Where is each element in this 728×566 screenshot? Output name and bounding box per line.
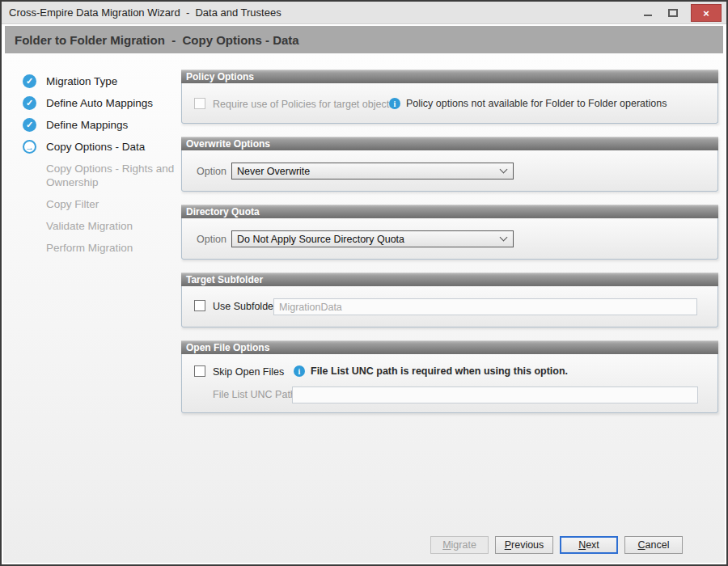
subfolder-name-input — [273, 298, 697, 315]
button-label: M — [442, 539, 451, 551]
step-label: Validate Migration — [46, 219, 133, 233]
check-icon: ✓ — [23, 74, 36, 88]
use-subfolder-checkbox[interactable] — [194, 300, 205, 311]
section-header: Open File Options — [181, 340, 718, 354]
close-icon: × — [703, 7, 709, 19]
open-file-options-section: Open File Options Skip Open Files i File… — [181, 340, 718, 413]
section-body: Skip Open Files i File List UNC path is … — [181, 354, 718, 413]
section-body: Require use of Policies for target objec… — [181, 83, 718, 124]
overwrite-option-label: Option — [197, 166, 226, 177]
policy-options-section: Policy Options Require use of Policies f… — [181, 70, 718, 124]
page-title: Folder to Folder Migration - Copy Option… — [15, 33, 299, 47]
section-body: Use Subfolder — [181, 286, 718, 327]
step-label: Migration Type — [46, 74, 117, 88]
maximize-button[interactable] — [663, 5, 683, 21]
unc-path-label: File List UNC Path — [213, 389, 296, 400]
dropdown-selected-value: Do Not Apply Source Directory Quota — [237, 234, 404, 245]
maximize-icon — [668, 9, 678, 17]
section-title: Overwrite Options — [186, 138, 270, 150]
content-area: ✓ Migration Type ✓ Define Auto Mappings … — [3, 53, 725, 563]
section-header: Policy Options — [181, 70, 718, 83]
unc-path-input — [292, 386, 698, 403]
main-panel: Policy Options Require use of Policies f… — [181, 70, 718, 426]
use-subfolder-label: Use Subfolder — [213, 301, 277, 312]
step-define-auto-mappings: ✓ Define Auto Mappings — [23, 96, 178, 110]
wizard-window: Cross-Empire Data Migration Wizard - Dat… — [0, 0, 728, 566]
minimize-button[interactable] — [639, 5, 657, 21]
section-title: Open File Options — [186, 342, 269, 353]
section-header: Target Subfolder — [181, 272, 718, 286]
policy-info: i Policy options not available for Folde… — [389, 98, 667, 109]
section-body: Option Never Overwrite — [181, 150, 718, 192]
section-body: Option Do Not Apply Source Directory Quo… — [181, 218, 718, 260]
window-title: Cross-Empire Data Migration Wizard - Dat… — [9, 6, 281, 19]
require-policies-checkbox — [194, 98, 205, 109]
wizard-header-band: Folder to Folder Migration - Copy Option… — [5, 26, 723, 53]
overwrite-option-dropdown[interactable]: Never Overwrite — [231, 163, 514, 180]
section-header: Overwrite Options — [181, 137, 718, 150]
section-title: Directory Quota — [186, 206, 260, 218]
openfile-info-text: File List UNC path is required when usin… — [311, 365, 568, 377]
step-copy-options-data: → Copy Options - Data — [23, 140, 178, 154]
button-label: P — [505, 539, 511, 551]
step-label: Copy Filter — [46, 197, 99, 211]
step-label: Copy Options - Rights and Ownership — [46, 162, 178, 189]
step-copy-options-rights: Copy Options - Rights and Ownership — [23, 162, 178, 189]
section-title: Policy Options — [186, 71, 254, 82]
step-copy-filter: Copy Filter — [23, 197, 178, 211]
button-label: C — [638, 539, 645, 551]
overwrite-options-section: Overwrite Options Option Never Overwrite — [181, 137, 718, 192]
chevron-down-icon — [500, 234, 508, 242]
wizard-button-row: Migrate Previous Next Cancel — [430, 536, 683, 554]
window-controls: × — [639, 2, 722, 24]
quota-option-dropdown[interactable]: Do Not Apply Source Directory Quota — [231, 230, 514, 247]
current-arrow-icon: → — [23, 140, 36, 154]
button-label: N — [578, 539, 586, 551]
migrate-button: Migrate — [430, 536, 489, 554]
close-button[interactable]: × — [691, 4, 722, 22]
openfile-info: i File List UNC path is required when us… — [294, 365, 568, 377]
check-icon: ✓ — [23, 118, 36, 132]
chevron-down-icon — [500, 166, 508, 174]
minimize-icon — [644, 15, 652, 16]
step-label: Define Mappings — [46, 118, 128, 132]
cancel-button[interactable]: Cancel — [624, 536, 683, 554]
policy-info-text: Policy options not available for Folder … — [406, 98, 667, 109]
require-policies-label: Require use of Policies for target objec… — [213, 99, 394, 110]
info-icon: i — [389, 98, 400, 109]
step-migration-type: ✓ Migration Type — [23, 74, 178, 88]
wizard-steps-sidebar: ✓ Migration Type ✓ Define Auto Mappings … — [23, 74, 178, 263]
skip-open-files-label: Skip Open Files — [213, 366, 284, 378]
section-header: Directory Quota — [181, 205, 718, 218]
step-label: Define Auto Mappings — [46, 96, 153, 110]
skip-open-files-checkbox[interactable] — [194, 365, 205, 377]
title-bar: Cross-Empire Data Migration Wizard - Dat… — [2, 2, 726, 24]
dropdown-selected-value: Never Overwrite — [237, 166, 310, 177]
check-icon: ✓ — [23, 96, 36, 110]
info-icon: i — [294, 365, 305, 377]
step-perform-migration: Perform Migration — [23, 241, 178, 255]
step-label: Copy Options - Data — [46, 140, 145, 154]
step-label: Perform Migration — [46, 241, 133, 255]
quota-option-label: Option — [197, 234, 226, 245]
section-title: Target Subfolder — [186, 274, 263, 285]
step-define-mappings: ✓ Define Mappings — [23, 118, 178, 132]
next-button[interactable]: Next — [560, 536, 618, 554]
target-subfolder-section: Target Subfolder Use Subfolder — [181, 272, 718, 327]
previous-button[interactable]: Previous — [495, 536, 553, 554]
directory-quota-section: Directory Quota Option Do Not Apply Sour… — [181, 205, 718, 260]
step-validate-migration: Validate Migration — [23, 219, 178, 233]
